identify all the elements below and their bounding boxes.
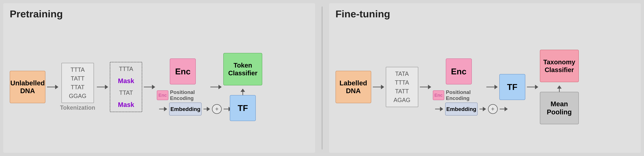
unlabelled-dna-box: Unlabelled DNA: [10, 71, 46, 103]
mask-label-2: Mask: [115, 101, 137, 108]
arrow-tf-to-classifier: [240, 89, 245, 95]
arrow-enc-to-tf-ft: [486, 85, 498, 89]
token-tata: TATA: [391, 70, 413, 77]
token-ttta: TTTA: [67, 66, 89, 73]
mask-label-1: Mask: [115, 77, 137, 85]
token-ttta-ft: TTTA: [391, 79, 413, 86]
pretraining-title: Pretraining: [10, 8, 308, 20]
finetuning-panel: Fine-tuning Labelled DNA TATA TTTA TATT …: [329, 3, 641, 153]
token-classifier-box: Token Classifier: [223, 53, 262, 85]
token-agag: AGAG: [391, 97, 413, 104]
token-ttat: TTAT: [67, 84, 89, 91]
arrow-tf-to-pool: [527, 85, 538, 89]
arrow-enc-to-tf: [210, 85, 222, 89]
finetuning-title: Fine-tuning: [336, 8, 634, 20]
tf-box-ft: TF: [499, 74, 525, 100]
token-ggag: GGAG: [67, 93, 89, 99]
pos-enc-label-ft: Positional Encoding: [446, 89, 484, 101]
arrow-dna-to-tokens-ft: [373, 85, 384, 89]
embedding-box: Embedding: [169, 103, 202, 116]
mask-ttat: TTAT: [115, 89, 137, 96]
tokenization-box: TTTA TATT TTAT GGAG: [62, 63, 94, 103]
labelled-dna-box: Labelled DNA: [336, 71, 371, 103]
panel-divider: [322, 6, 322, 150]
arrow-dna-to-tokens: [47, 85, 58, 89]
enc-small-ft: Enc: [433, 90, 444, 100]
pretraining-panel: Pretraining Unlabelled DNA TTTA TATT TTA…: [3, 3, 315, 153]
arrow-pool-to-taxonomy: [557, 85, 562, 92]
arrow-tokens-to-mask: [97, 85, 108, 89]
token-tatt-ft: TATT: [391, 88, 413, 95]
mask-ttta: TTTA: [115, 66, 137, 72]
plus-circle: +: [212, 104, 222, 114]
tokenization-label: Tokenization: [60, 104, 95, 111]
enc-box: Enc: [170, 58, 196, 84]
main-container: Pretraining Unlabelled DNA TTTA TATT TTA…: [0, 0, 644, 156]
arrow-mask-to-enc: [144, 85, 155, 89]
embedding-box-ft: Embedding: [445, 103, 478, 116]
token-tatt: TATT: [67, 75, 89, 82]
enc-box-ft: Enc: [446, 58, 472, 84]
tokenization-box-ft: TATA TTTA TATT AGAG: [386, 67, 418, 107]
plus-circle-ft: +: [488, 104, 498, 114]
arrow-tokens-to-enc-ft: [420, 85, 431, 89]
pos-enc-label: Positional Encoding: [170, 89, 209, 101]
mean-pooling-box: Mean Pooling: [540, 92, 579, 124]
tf-box: TF: [230, 95, 256, 121]
mask-box: TTTA Mask TTAT Mask: [110, 62, 142, 112]
taxonomy-classifier-box: Taxonomy Classifier: [540, 50, 579, 82]
enc-small: Enc: [157, 90, 168, 100]
